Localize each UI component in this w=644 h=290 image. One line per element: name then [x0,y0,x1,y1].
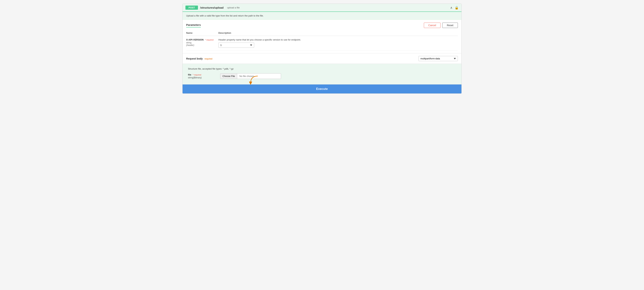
file-name-text: file [188,73,191,76]
params-buttons: Cancel Reset [424,23,458,28]
col-description: Description [218,30,458,36]
col-name: Name [186,30,218,36]
parameters-section: Parameters Cancel Reset Name Description… [182,20,462,53]
method-badge: POST [186,6,198,10]
cancel-button[interactable]: Cancel [424,23,441,28]
reset-button[interactable]: Reset [442,23,458,28]
parameters-title: Parameters [186,23,201,28]
param-desc-cell: Header property name that let you choose… [218,36,458,50]
choose-file-button[interactable]: Choose File [220,74,237,79]
arrow-icon [249,75,260,86]
request-body-section: Request body required multipart/form-dat… [182,53,462,84]
endpoint-description: upload a file [227,6,240,9]
description-text: Upload a file with a valid file type fro… [186,14,264,17]
file-param-label: file * required string($binary) [188,73,216,79]
param-location: (header) [186,44,216,46]
file-required-label: * required [192,74,201,76]
api-panel-header: POST /structures/upload upload a file ∧ … [182,4,462,12]
request-body-header: Request body required multipart/form-dat… [182,53,462,64]
header-right: ∧ 🔒 [450,6,458,10]
collapse-icon[interactable]: ∧ [450,6,452,10]
file-param-row: file * required string($binary) Choose F… [188,73,456,79]
parameters-header: Parameters Cancel Reset [186,23,458,28]
header-left: POST /structures/upload upload a file [186,6,240,10]
param-name: X-API-VERSION * required [186,38,216,41]
file-param-type: string($binary) [188,76,216,79]
param-name-text: X-API-VERSION [186,38,204,41]
file-upload-area: Structure file, accepted file types: *.p… [182,64,462,84]
execute-button[interactable]: Execute [182,84,462,93]
endpoint-path: /structures/upload [200,6,224,9]
request-body-title-group: Request body required [186,57,212,60]
file-param-name: file * required [188,73,216,76]
request-body-title: Request body [186,57,203,60]
table-header-row: Name Description [186,30,458,36]
param-type: string [186,41,216,44]
param-required-label: * required [205,39,214,41]
param-description-text: Header property name that let you choose… [218,38,456,41]
request-body-required: required [204,58,212,60]
execute-section: Execute [182,84,462,93]
content-type-select[interactable]: multipart/form-data application/json [418,56,458,61]
panel-description: Upload a file with a valid file type fro… [182,12,462,20]
params-table: Name Description X-API-VERSION * require… [186,30,458,50]
lock-icon[interactable]: 🔒 [455,6,458,10]
file-type-info: Structure file, accepted file types: *.p… [188,67,456,70]
param-name-cell: X-API-VERSION * required string (header) [186,36,218,50]
api-version-select[interactable]: 1 2 3 [218,43,254,48]
table-row: X-API-VERSION * required string (header)… [186,36,458,50]
